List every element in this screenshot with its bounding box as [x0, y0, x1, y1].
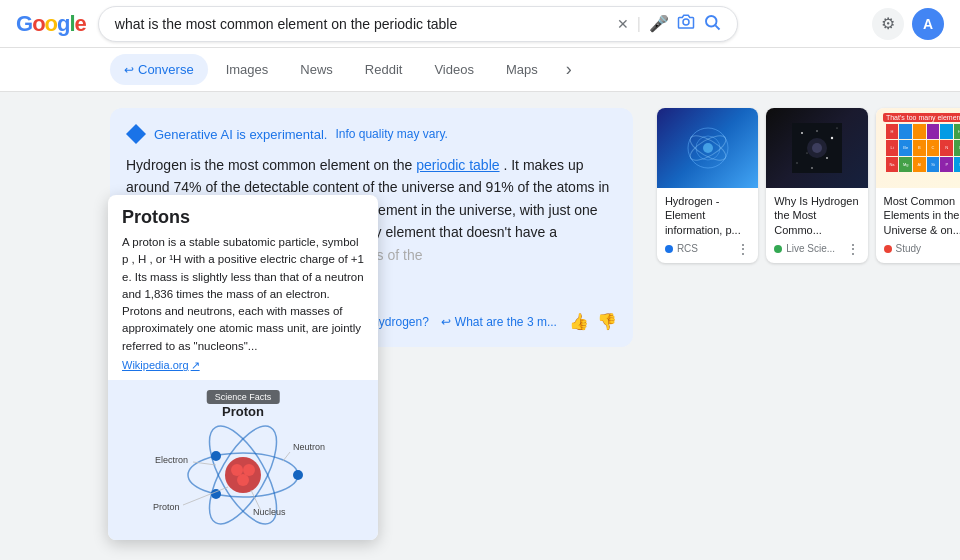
svg-point-14	[796, 162, 797, 163]
svg-point-16	[811, 167, 813, 169]
google-logo: Google	[16, 11, 86, 37]
nav-tabs: ↩ Converse Images News Reddit Videos Map…	[0, 48, 960, 92]
image-card-2-info: Why Is Hydrogen the Most Commo... Live S…	[766, 188, 867, 263]
svg-point-20	[231, 464, 243, 476]
ai-diamond-icon	[126, 124, 146, 144]
clear-search-icon[interactable]: ✕	[617, 16, 629, 32]
follow-up-label-3: What are the 3 m...	[455, 315, 557, 329]
image-card-1-info: Hydrogen - Element information, p... RCS…	[657, 188, 758, 263]
svg-point-11	[831, 137, 833, 139]
rcs-source-dot	[665, 245, 673, 253]
follow-up-3[interactable]: ↩ What are the 3 m...	[441, 315, 557, 329]
image-card-2-menu[interactable]: ⋮	[846, 241, 860, 257]
header: Google what is the most common element o…	[0, 0, 960, 48]
ai-disclaimer-text: Info quality may vary.	[335, 127, 448, 141]
svg-line-2	[715, 25, 719, 29]
image-card-1-source: RCS ⋮	[665, 241, 750, 257]
svg-line-34	[283, 452, 290, 461]
image-card-3-menu[interactable]: ⋮	[955, 241, 960, 257]
converse-icon: ↩	[124, 63, 134, 77]
tab-images-label: Images	[226, 62, 269, 77]
periodic-grid: H He Li Be B C N O Na Mg Al	[886, 124, 960, 172]
ai-header: Generative AI is experimental. Info qual…	[126, 124, 617, 144]
svg-text:Neutron: Neutron	[293, 442, 325, 452]
popup-description: A proton is a stable subatomic particle,…	[122, 234, 364, 355]
svg-point-13	[826, 157, 828, 159]
svg-point-5	[703, 143, 713, 153]
hydrogen-most-common-image	[766, 108, 867, 188]
image-card-3[interactable]: That's too many elements H He Li Be B C …	[876, 108, 960, 263]
right-image-cards: Hydrogen - Element information, p... RCS…	[657, 108, 960, 560]
proton-popup: Protons A proton is a stable subatomic p…	[108, 195, 378, 540]
header-icons: ⚙ A	[872, 8, 944, 40]
atom-svg: Electron Neutron Proton Nucleus	[133, 405, 353, 535]
image-card-1-menu[interactable]: ⋮	[736, 241, 750, 257]
tab-news-label: News	[300, 62, 333, 77]
thumbs-up-icon[interactable]: 👍	[569, 312, 589, 331]
image-card-3-title: Most Common Elements in the Universe & o…	[884, 194, 960, 237]
tab-converse[interactable]: ↩ Converse	[110, 54, 208, 85]
tab-reddit[interactable]: Reddit	[351, 54, 417, 85]
popup-title: Protons	[122, 207, 364, 228]
svg-point-22	[237, 474, 249, 486]
popup-wikipedia-link[interactable]: Wikipedia.org ↗	[122, 359, 364, 372]
image-card-3-info: Most Common Elements in the Universe & o…	[876, 188, 960, 263]
search-query-text: what is the most common element on the p…	[115, 16, 609, 32]
tab-reddit-label: Reddit	[365, 62, 403, 77]
tab-videos-label: Videos	[434, 62, 474, 77]
image-card-1-source-label: RCS	[677, 243, 698, 254]
image-cards-row: Hydrogen - Element information, p... RCS…	[657, 108, 960, 263]
tab-videos[interactable]: Videos	[420, 54, 488, 85]
camera-search-icon[interactable]	[677, 13, 695, 35]
svg-point-18	[812, 143, 822, 153]
avatar[interactable]: A	[912, 8, 944, 40]
popup-atom-diagram: Science Facts Proton Electron Neutron Pr…	[108, 380, 378, 540]
periodic-table-link[interactable]: periodic table	[416, 157, 499, 173]
svg-point-12	[806, 152, 807, 153]
svg-text:Electron: Electron	[155, 455, 188, 465]
settings-icon[interactable]: ⚙	[872, 8, 904, 40]
svg-text:Proton: Proton	[153, 502, 180, 512]
image-card-2-title: Why Is Hydrogen the Most Commo...	[774, 194, 859, 237]
tab-images[interactable]: Images	[212, 54, 283, 85]
svg-text:Nucleus: Nucleus	[253, 507, 286, 517]
proton-diagram-title: Proton	[222, 404, 264, 419]
tab-maps[interactable]: Maps	[492, 54, 552, 85]
ai-feedback-buttons: 👍 👎	[569, 312, 617, 331]
image-card-2-source-label: Live Scie...	[786, 243, 835, 254]
study-source-dot	[884, 245, 892, 253]
svg-point-0	[683, 19, 689, 25]
tab-maps-label: Maps	[506, 62, 538, 77]
science-facts-badge: Science Facts	[207, 390, 280, 404]
tab-converse-label: Converse	[138, 62, 194, 77]
ai-text-part1: Hydrogen is the most common element on t…	[126, 157, 412, 173]
image-card-2[interactable]: Why Is Hydrogen the Most Commo... Live S…	[766, 108, 867, 263]
image-card-1[interactable]: Hydrogen - Element information, p... RCS…	[657, 108, 758, 263]
svg-point-26	[293, 470, 303, 480]
svg-point-27	[211, 451, 221, 461]
periodic-table-image: That's too many elements H He Li Be B C …	[876, 108, 960, 188]
svg-point-10	[816, 130, 818, 132]
image-card-2-source: Live Scie... ⋮	[774, 241, 859, 257]
search-bar[interactable]: what is the most common element on the p…	[98, 6, 738, 42]
image-card-3-source-label: Study	[896, 243, 922, 254]
follow-up-arrow-3: ↩	[441, 315, 451, 329]
image-card-1-title: Hydrogen - Element information, p...	[665, 194, 750, 237]
svg-point-15	[836, 128, 837, 129]
search-magnifier-icon[interactable]	[703, 13, 721, 35]
more-tabs-button[interactable]: ›	[556, 51, 582, 88]
wikipedia-link-text: Wikipedia.org	[122, 359, 189, 371]
thumbs-down-icon[interactable]: 👎	[597, 312, 617, 331]
svg-point-1	[706, 16, 717, 27]
popup-header: Protons A proton is a stable subatomic p…	[108, 195, 378, 380]
livescience-source-dot	[774, 245, 782, 253]
image-card-3-source: Study ⋮	[884, 241, 960, 257]
ai-experimental-label: Generative AI is experimental.	[154, 127, 327, 142]
external-link-icon: ↗	[191, 359, 200, 372]
voice-search-icon[interactable]: 🎤	[649, 14, 669, 33]
tab-news[interactable]: News	[286, 54, 347, 85]
svg-point-21	[243, 464, 255, 476]
svg-point-9	[801, 132, 803, 134]
hydrogen-image	[657, 108, 758, 188]
